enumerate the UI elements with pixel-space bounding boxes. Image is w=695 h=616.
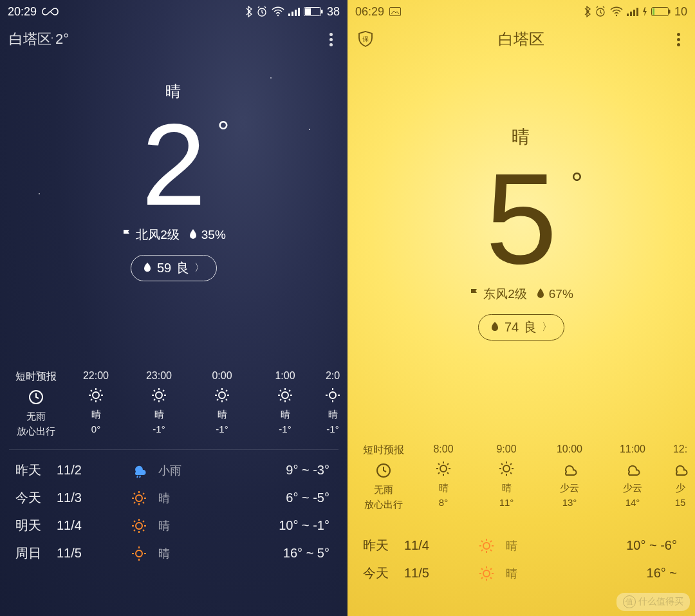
svg-line-44 [280,399,281,400]
more-menu-button[interactable] [323,30,338,49]
day-row[interactable]: 昨天 11/2 小雨 9° ~ -3° [0,456,348,484]
battery-percent: 10 [674,5,687,19]
hour-item: 1:00 晴 -1° [254,370,317,438]
cloud-icon [624,459,642,478]
hourly-header-col: 短时预报 无雨 放心出行 [355,443,412,511]
svg-point-28 [219,392,225,398]
day-row[interactable]: 周日 11/5 晴 16° ~ 5° [0,539,348,567]
leaf-icon [490,320,499,335]
hour-item: 0:00 晴 -1° [190,370,254,438]
watermark-badge: 值 [623,595,636,608]
chevron-right-icon: 〉 [542,321,552,334]
battery-icon [651,7,671,16]
condition-text: 晴 [348,125,695,149]
svg-rect-78 [630,12,632,16]
phone-screenshot-day: 06:29 10 保 白塔区 晴 5 ° 东风2级 [348,0,695,616]
svg-rect-3 [292,12,293,16]
svg-line-111 [481,550,483,551]
svg-line-35 [217,399,218,400]
svg-line-25 [163,399,164,400]
cloud-icon [561,459,579,478]
sun-icon [126,490,152,507]
svg-rect-82 [669,10,671,14]
sun-icon [324,386,341,405]
hour-item: 12: 少 15 [664,443,695,511]
daily-forecast[interactable]: 昨天 11/4 晴 10° ~ -6° 今天 11/5 晴 16° ~ [348,525,695,587]
svg-line-45 [289,390,290,391]
clock-icon [375,461,392,480]
svg-line-102 [501,472,503,474]
aqi-button[interactable]: 59 良 〉 [131,255,217,281]
svg-point-113 [483,570,490,577]
aqi-label: 良 [524,319,537,336]
sun-icon [126,545,152,562]
svg-line-103 [510,463,512,465]
leaf-icon [143,261,152,275]
svg-rect-2 [288,14,290,16]
svg-line-43 [289,399,290,400]
svg-line-67 [134,530,135,531]
svg-line-120 [481,577,483,579]
svg-line-57 [143,502,144,503]
sun-icon [474,537,499,554]
day-row[interactable]: 明天 11/4 晴 10° ~ -1° [0,512,348,539]
svg-line-26 [154,399,155,400]
svg-line-68 [143,521,144,522]
location-title[interactable]: 白塔区 2° [9,30,69,49]
alarm-icon [595,6,606,17]
more-menu-button[interactable] [671,30,686,49]
svg-line-94 [447,463,449,465]
svg-line-42 [280,390,281,391]
degree-symbol: ° [218,115,229,149]
svg-line-59 [143,493,144,494]
hourly-forecast[interactable]: 短时预报 无雨 放心出行 8:00 晴 8° 9:00 晴 11° 10:00 … [348,443,695,511]
svg-point-19 [156,392,162,398]
day-row[interactable]: 今天 11/3 晴 6° ~ -5° [0,484,348,512]
sun-icon [88,386,104,405]
aqi-value: 59 [157,261,171,275]
svg-point-69 [136,550,142,557]
degree-symbol: ° [571,166,582,201]
chevron-right-icon: 〉 [194,261,205,275]
svg-line-15 [91,390,92,391]
temperature-display: 2 ° [142,107,206,223]
location-title[interactable]: 白塔区 [498,29,544,50]
rain-cloud-icon [126,463,152,478]
app-bar: 白塔区 2° [0,23,348,55]
phone-screenshot-night: 20:29 38 白塔区 2° 晴 2 ° 北风2级 [0,0,348,616]
day-row[interactable]: 今天 11/5 晴 16° ~ [348,559,695,587]
svg-line-58 [134,502,135,503]
shield-badge-icon[interactable]: 保 [357,30,375,48]
day-row[interactable]: 昨天 11/4 晴 10° ~ -6° [348,532,695,559]
hourly-forecast[interactable]: 短时预报 无雨 放心出行 22:00 晴 0° 23:00 晴 -1° 0:00… [0,370,348,438]
app-bar: 保 白塔区 [348,23,695,55]
bluetooth-icon [583,6,591,17]
svg-line-93 [438,472,440,474]
svg-point-51 [136,495,142,501]
daily-forecast[interactable]: 昨天 11/2 小雨 9° ~ -3° 今天 11/3 晴 6° ~ -5° 明… [0,450,348,567]
svg-point-86 [440,465,447,472]
svg-line-33 [217,390,218,391]
svg-line-109 [481,541,483,542]
svg-line-56 [134,493,135,494]
svg-rect-8 [305,8,311,15]
svg-point-37 [282,392,288,398]
temperature-value: 5 [485,147,557,290]
svg-line-66 [143,530,144,531]
svg-line-18 [100,390,101,391]
sun-icon [151,386,167,405]
svg-rect-77 [627,14,629,16]
svg-line-100 [501,463,503,465]
aqi-value: 74 [505,320,519,335]
clock-icon [28,387,44,407]
svg-point-10 [93,392,99,398]
svg-point-60 [136,523,142,529]
svg-line-65 [134,521,135,522]
svg-line-118 [481,568,483,570]
charging-icon [642,7,647,16]
signal-icon [288,7,300,16]
svg-rect-83 [653,8,654,15]
aqi-button[interactable]: 74 良 〉 [478,314,564,341]
current-weather-hero: 晴 5 ° 东风2级 67% 74 良 〉 [348,55,695,341]
svg-rect-74 [390,8,401,16]
